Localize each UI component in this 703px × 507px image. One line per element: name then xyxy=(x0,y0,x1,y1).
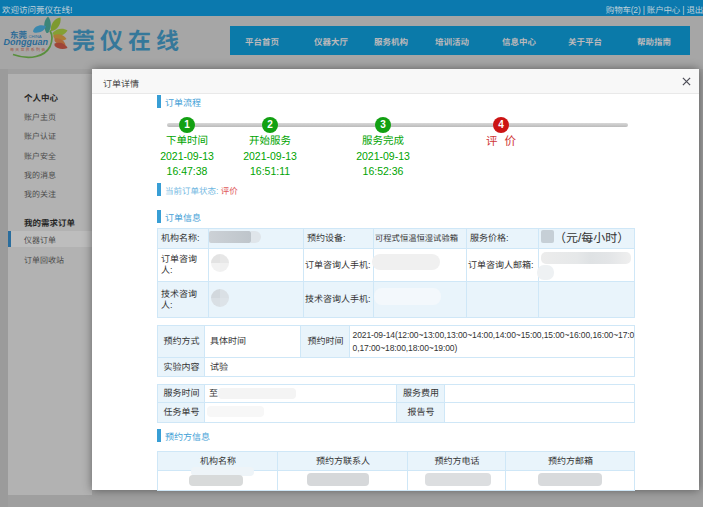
svg-text:Dongguan: Dongguan xyxy=(4,37,49,47)
svg-text:每天世界系列会: 每天世界系列会 xyxy=(10,47,46,52)
